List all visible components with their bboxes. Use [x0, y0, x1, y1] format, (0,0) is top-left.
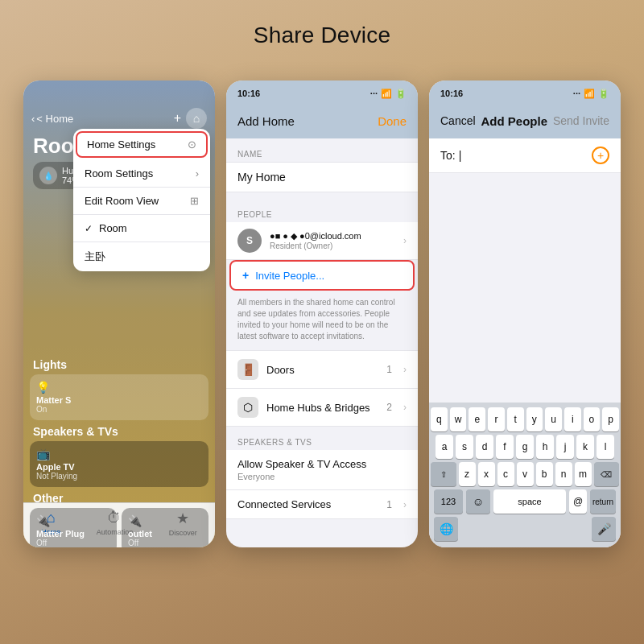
kb-row-4: 123 ☺ space @ return — [431, 489, 619, 514]
screen2-done-button[interactable]: Done — [378, 114, 407, 128]
matter-s-card[interactable]: 💡 Matter S On — [30, 374, 208, 420]
matter-plug-card[interactable]: 🔌 Matter Plug Off — [30, 508, 117, 547]
send-invite-button[interactable]: Send Invite — [553, 114, 609, 127]
key-v[interactable]: v — [517, 462, 534, 486]
page-title: Share Device — [0, 23, 644, 48]
key-y[interactable]: y — [526, 407, 543, 431]
doors-label: Doors — [266, 364, 378, 376]
key-u[interactable]: u — [545, 407, 562, 431]
key-k[interactable]: k — [576, 435, 594, 459]
matter-s-icon: 💡 — [36, 381, 202, 394]
to-label: To: — [440, 149, 456, 162]
key-delete[interactable]: ⌫ — [594, 462, 620, 486]
screen2-people-section: PEOPLE — [226, 199, 418, 222]
key-return[interactable]: return — [590, 489, 616, 514]
dropdown-item-master[interactable]: 主卧 — [73, 242, 210, 271]
dropdown-item-home-settings[interactable]: Home Settings ⊙ — [76, 131, 208, 158]
outlet-card[interactable]: 🔌 outlet Off — [122, 508, 208, 547]
screen2-header: Add Home Done — [226, 103, 418, 138]
key-l[interactable]: l — [597, 435, 614, 459]
screen3-header: Cancel Add People Send Invite — [429, 103, 621, 138]
key-q[interactable]: q — [431, 407, 448, 431]
dropdown-item-edit-room[interactable]: Edit Room View ⊞ — [73, 188, 210, 215]
matter-s-name: Matter S — [36, 395, 202, 405]
key-e[interactable]: e — [469, 407, 485, 431]
dropdown-item-room[interactable]: ✓ Room — [73, 215, 210, 242]
owner-info: ●■ ● ◆ ●0@icloud.com Resident (Owner) — [270, 231, 395, 250]
people-list: S ●■ ● ◆ ●0@icloud.com Resident (Owner) … — [226, 222, 418, 291]
doors-count: 1 — [386, 364, 392, 375]
appletv-card[interactable]: 📺 Apple TV Not Playing — [30, 441, 208, 487]
key-emoji[interactable]: ☺ — [466, 489, 490, 514]
other-section-title: Other — [33, 492, 205, 505]
matter-plug-name: Matter Plug — [36, 529, 110, 539]
back-chevron-icon: ‹ — [31, 113, 35, 125]
screen3-battery-icon: 🔋 — [598, 89, 609, 99]
key-numbers[interactable]: 123 — [434, 489, 463, 514]
key-space[interactable]: space — [493, 489, 566, 514]
screen3-wifi-icon: 📶 — [584, 89, 595, 99]
appletv-status: Not Playing — [36, 472, 202, 481]
screen2-items-list: 🚪 Doors 1 › ⬡ Home Hubs & Bridges 2 › — [226, 350, 418, 427]
dropdown-item-room-settings[interactable]: Room Settings › — [73, 160, 210, 188]
invite-row[interactable]: + Invite People... — [229, 260, 415, 291]
owner-avatar: S — [237, 229, 262, 253]
home-icon-button[interactable]: ⌂ — [186, 108, 207, 129]
key-b[interactable]: b — [536, 462, 553, 486]
hubs-row[interactable]: ⬡ Home Hubs & Bridges 2 › — [226, 389, 418, 427]
to-cursor: | — [459, 149, 462, 162]
humidity-icon: 💧 — [39, 167, 57, 184]
key-g[interactable]: g — [516, 435, 534, 459]
key-n[interactable]: n — [555, 462, 572, 486]
screen3-status-bar: 10:16 ··· 📶 🔋 — [429, 80, 621, 103]
key-m[interactable]: m — [575, 462, 592, 486]
screen2-name-section: NAME — [226, 138, 418, 162]
key-t[interactable]: t — [507, 407, 524, 431]
key-p[interactable]: p — [602, 407, 619, 431]
doors-icon: 🚪 — [237, 359, 258, 380]
key-o[interactable]: o — [584, 407, 601, 431]
doors-row[interactable]: 🚪 Doors 1 › — [226, 350, 418, 389]
owner-row[interactable]: S ●■ ● ◆ ●0@icloud.com Resident (Owner) … — [226, 222, 418, 260]
keyboard[interactable]: q w e r t y u i o p a s d f g h j k l — [429, 402, 621, 547]
key-h[interactable]: h — [536, 435, 554, 459]
dropdown-menu[interactable]: Home Settings ⊙ Room Settings › Edit Roo… — [73, 129, 210, 271]
outlet-icon: 🔌 — [128, 514, 202, 527]
back-button[interactable]: ‹ < Home — [31, 113, 73, 125]
key-c[interactable]: c — [497, 462, 514, 486]
add-contact-button[interactable]: + — [592, 147, 609, 164]
appletv-icon: 📺 — [36, 448, 202, 460]
key-i[interactable]: i — [564, 407, 581, 431]
key-j[interactable]: j — [556, 435, 574, 459]
room-settings-chevron: › — [196, 167, 199, 180]
key-f[interactable]: f — [496, 435, 514, 459]
cancel-button[interactable]: Cancel — [440, 114, 476, 127]
speaker-access-row[interactable]: Allow Speaker & TV Access Everyone — [226, 450, 418, 490]
key-z[interactable]: z — [459, 462, 476, 486]
room-settings-label: Room Settings — [85, 167, 189, 180]
screen2-wifi-icon: 📶 — [381, 89, 392, 99]
key-shift[interactable]: ⇧ — [431, 462, 456, 486]
key-mic[interactable]: 🎤 — [592, 517, 616, 541]
key-w[interactable]: w — [450, 407, 467, 431]
key-a[interactable]: a — [436, 435, 453, 459]
home-settings-icon: ⊙ — [188, 138, 196, 151]
key-d[interactable]: d — [476, 435, 493, 459]
master-room-label: 主卧 — [85, 250, 199, 264]
header-icons: + ⌂ — [174, 108, 207, 129]
add-icon[interactable]: + — [174, 111, 181, 126]
key-x[interactable]: x — [478, 462, 495, 486]
key-globe[interactable]: 🌐 — [434, 517, 458, 541]
key-at[interactable]: @ — [569, 489, 587, 514]
invite-plus-icon: + — [242, 269, 249, 282]
key-s[interactable]: s — [456, 435, 473, 459]
screen3-time: 10:16 — [440, 89, 463, 98]
key-r[interactable]: r — [488, 407, 505, 431]
owner-role: Resident (Owner) — [270, 242, 395, 250]
lights-row: 💡 Matter S On — [30, 374, 208, 420]
matter-plug-status: Off — [36, 539, 110, 547]
connected-services-row[interactable]: Connected Services 1 › — [226, 490, 418, 519]
kb-row-2: a s d f g h j k l — [431, 435, 619, 459]
home-name-field[interactable]: My Home — [226, 162, 418, 192]
matter-s-status: On — [36, 405, 202, 414]
